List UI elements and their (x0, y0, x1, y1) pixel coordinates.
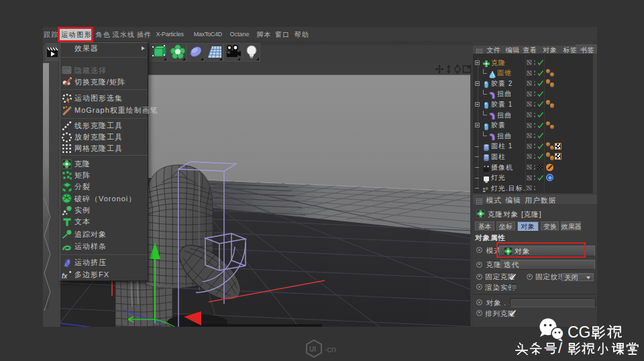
svg-text:1º: 1º (482, 187, 488, 193)
svg-text:fx: fx (62, 272, 68, 279)
svg-text:UI: UI (309, 346, 316, 353)
svg-text:GE: GE (64, 68, 72, 74)
svg-text:·cn: ·cn (324, 344, 336, 354)
